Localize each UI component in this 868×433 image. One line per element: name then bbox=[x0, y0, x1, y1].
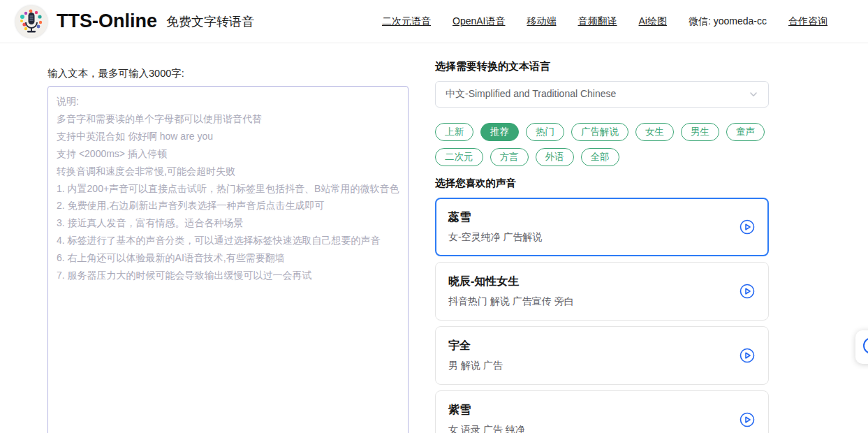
play-icon[interactable] bbox=[739, 219, 756, 235]
nav-link-cooperation[interactable]: 合作咨询 bbox=[788, 15, 827, 28]
voice-config-panel: 选择需要转换的文本语言 中文-Simplified and Traditiona… bbox=[435, 60, 769, 433]
voice-description: 女 语录 广告 纯净 bbox=[448, 424, 525, 433]
app-title: TTS-Online bbox=[57, 10, 157, 32]
nav-link-anime-voice[interactable]: 二次元语音 bbox=[382, 15, 431, 28]
floating-widget[interactable] bbox=[855, 330, 868, 364]
main-content: 输入文本，最多可输入3000字: 选择需要转换的文本语言 中文-Simplifi… bbox=[0, 43, 868, 433]
wechat-contact-text: 微信: yoomeda-cc bbox=[689, 15, 767, 28]
play-icon[interactable] bbox=[739, 411, 756, 428]
voice-card-xiaochen[interactable]: 晓辰-知性女生 抖音热门 解说 广告宣传 旁白 bbox=[435, 262, 769, 321]
app-logo-microphone-icon bbox=[15, 6, 47, 38]
tag-anime[interactable]: 二次元 bbox=[435, 148, 483, 166]
voice-card-yuquan[interactable]: 宇全 男 解说 广告 bbox=[435, 326, 769, 385]
app-subtitle: 免费文字转语音 bbox=[166, 13, 254, 30]
nav-link-ai-drawing[interactable]: Ai绘图 bbox=[639, 15, 667, 28]
voice-info: 紫雪 女 语录 广告 纯净 bbox=[448, 403, 525, 433]
voice-name: 宇全 bbox=[448, 339, 503, 353]
tag-ad-narration[interactable]: 广告解说 bbox=[571, 123, 628, 141]
top-nav: 二次元语音 OpenAI语音 移动端 音频翻译 Ai绘图 微信: yoomeda… bbox=[382, 15, 827, 28]
voice-info: 晓辰-知性女生 抖音热门 解说 广告宣传 旁白 bbox=[448, 274, 574, 308]
chevron-down-icon bbox=[749, 89, 758, 99]
header: TTS-Online 免费文字转语音 二次元语音 OpenAI语音 移动端 音频… bbox=[0, 0, 868, 43]
play-icon[interactable] bbox=[739, 283, 756, 300]
play-icon[interactable] bbox=[739, 347, 756, 364]
voice-section-label: 选择您喜欢的声音 bbox=[435, 177, 769, 190]
voice-description: 男 解说 广告 bbox=[448, 360, 503, 372]
voice-tag-filter: 上新 推荐 热门 广告解说 女生 男生 童声 二次元 方言 外语 全部 bbox=[435, 123, 769, 166]
text-input-label: 输入文本，最多可输入3000字: bbox=[47, 67, 409, 80]
tag-child-voice[interactable]: 童声 bbox=[726, 123, 765, 141]
tag-hot[interactable]: 热门 bbox=[526, 123, 564, 141]
text-input-area[interactable] bbox=[47, 86, 409, 433]
tag-recommended[interactable]: 推荐 bbox=[480, 123, 519, 141]
tag-male[interactable]: 男生 bbox=[681, 123, 719, 141]
voice-name: 晓辰-知性女生 bbox=[448, 274, 574, 289]
voice-card-ruixue[interactable]: 蕊雪 女-空灵纯净 广告解说 bbox=[435, 198, 769, 256]
language-select[interactable]: 中文-Simplified and Traditional Chinese bbox=[435, 81, 769, 108]
voice-info: 宇全 男 解说 广告 bbox=[448, 339, 503, 372]
floating-widget-icon bbox=[862, 336, 868, 358]
tag-foreign-language[interactable]: 外语 bbox=[536, 148, 574, 166]
voice-description: 抖音热门 解说 广告宣传 旁白 bbox=[448, 295, 574, 308]
nav-link-openai-voice[interactable]: OpenAI语音 bbox=[453, 15, 505, 28]
tag-dialect[interactable]: 方言 bbox=[490, 148, 529, 166]
voice-description: 女-空灵纯净 广告解说 bbox=[448, 231, 543, 244]
voice-card-zixue[interactable]: 紫雪 女 语录 广告 纯净 bbox=[435, 390, 769, 433]
tag-all[interactable]: 全部 bbox=[581, 148, 619, 166]
language-section-label: 选择需要转换的文本语言 bbox=[435, 60, 769, 73]
voice-name: 蕊雪 bbox=[448, 210, 543, 225]
nav-link-audio-translate[interactable]: 音频翻译 bbox=[578, 15, 617, 28]
text-input-panel: 输入文本，最多可输入3000字: bbox=[47, 64, 409, 433]
voice-list: 蕊雪 女-空灵纯净 广告解说 晓辰-知性女生 抖音热门 解说 广告宣传 旁白 bbox=[435, 198, 769, 433]
voice-info: 蕊雪 女-空灵纯净 广告解说 bbox=[448, 210, 543, 244]
tag-new[interactable]: 上新 bbox=[435, 123, 473, 141]
nav-link-mobile[interactable]: 移动端 bbox=[527, 15, 557, 28]
language-select-value: 中文-Simplified and Traditional Chinese bbox=[446, 88, 616, 101]
voice-name: 紫雪 bbox=[448, 403, 525, 418]
tag-female[interactable]: 女生 bbox=[635, 123, 674, 141]
